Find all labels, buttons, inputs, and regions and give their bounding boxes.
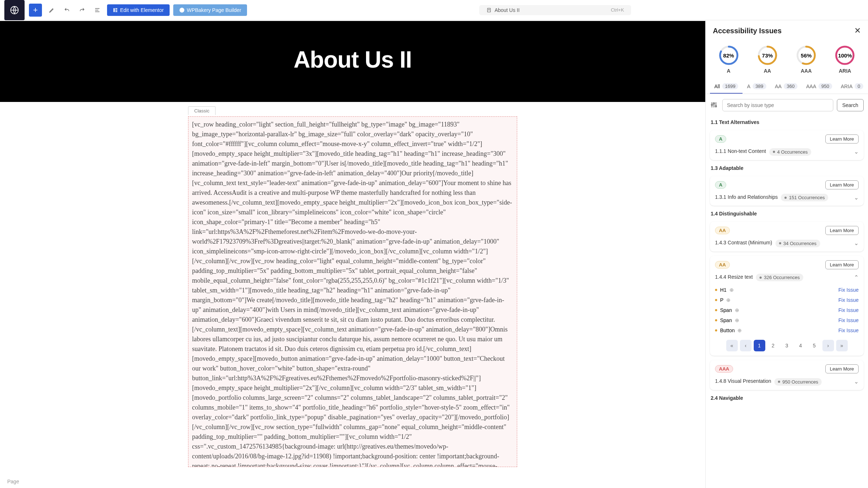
- issue-card[interactable]: AALearn More 1.4.3 Contrast (Minimum) 34…: [710, 222, 864, 252]
- page-last-button[interactable]: »: [836, 340, 848, 351]
- edit-elementor-label: Edit with Elementor: [120, 7, 164, 13]
- occurrence-badge: 34 Occurrences: [775, 240, 820, 247]
- page-next-button[interactable]: ›: [822, 340, 834, 351]
- redo-icon[interactable]: [77, 5, 88, 16]
- tab-aaa[interactable]: AAA950: [802, 80, 837, 94]
- score-item: 73%AA: [757, 45, 778, 74]
- editor-pane: About Us II Classic [vc_row heading_colo…: [0, 20, 705, 488]
- level-badge: A: [715, 135, 726, 143]
- element-name: P: [720, 297, 723, 303]
- section-distinguishable: 1.4 Distinguishable: [706, 208, 868, 219]
- chevron-up-icon[interactable]: ⌃: [854, 274, 859, 281]
- svg-point-5: [179, 8, 184, 12]
- fix-issue-link[interactable]: Fix Issue: [838, 328, 859, 333]
- hero-section: About Us II: [0, 21, 705, 102]
- app-logo[interactable]: [4, 0, 25, 20]
- issue-card-expanded[interactable]: AALearn More 1.4.4 Resize text 326 Occur…: [710, 256, 864, 356]
- page-button[interactable]: 4: [795, 340, 807, 351]
- learn-more-button[interactable]: Learn More: [825, 364, 859, 373]
- chevron-down-icon[interactable]: ⌄: [854, 194, 859, 201]
- element-name: Span: [720, 317, 732, 323]
- occurrence-badge: 950 Occurrences: [774, 378, 822, 386]
- accessibility-sidebar: Accessibility Issues ✕ 82%A73%AA56%AAA10…: [705, 20, 868, 488]
- sidebar-title: Accessibility Issues: [713, 27, 782, 35]
- page-first-button[interactable]: «: [726, 340, 738, 351]
- locate-icon[interactable]: ⊕: [735, 307, 739, 313]
- element-name: Span: [720, 307, 732, 313]
- svg-point-15: [711, 104, 713, 106]
- svg-rect-4: [115, 11, 117, 12]
- tab-all[interactable]: All1699: [710, 80, 743, 94]
- occurrence-badge: 326 Occurrences: [756, 274, 803, 281]
- score-row: 82%A73%AA56%AAA100%ARIA: [706, 41, 868, 80]
- learn-more-button[interactable]: Learn More: [825, 134, 859, 144]
- element-name: H1: [720, 287, 727, 293]
- issue-title: 1.4.3 Contrast (Minimum): [715, 240, 772, 245]
- page-prev-button[interactable]: ‹: [740, 340, 752, 351]
- page-icon: [486, 8, 492, 13]
- element-row: H1⊕Fix Issue: [715, 285, 859, 295]
- classic-tab[interactable]: Classic: [188, 106, 216, 115]
- tab-aria[interactable]: ARIA0: [837, 80, 868, 94]
- svg-rect-2: [115, 8, 117, 9]
- element-row: Span⊕Fix Issue: [715, 315, 859, 325]
- list-icon[interactable]: [92, 5, 103, 16]
- score-item: 56%AAA: [796, 45, 817, 74]
- top-toolbar: + Edit with Elementor WPBakery Page Buil…: [0, 0, 868, 20]
- hero-title: About Us II: [0, 46, 705, 73]
- fix-issue-link[interactable]: Fix Issue: [838, 287, 859, 293]
- svg-rect-1: [114, 8, 115, 12]
- issue-title: 1.1.1 Non-text Content: [715, 148, 766, 154]
- fix-issue-link[interactable]: Fix Issue: [838, 317, 859, 323]
- pencil-icon[interactable]: [46, 5, 57, 16]
- level-badge: A: [715, 181, 726, 189]
- page-button[interactable]: 2: [767, 340, 779, 351]
- tab-aa[interactable]: AA360: [771, 80, 802, 94]
- page-button[interactable]: 5: [809, 340, 820, 351]
- locate-icon[interactable]: ⊕: [737, 328, 742, 333]
- edit-elementor-button[interactable]: Edit with Elementor: [107, 4, 170, 16]
- score-item: 100%ARIA: [834, 45, 855, 74]
- chevron-down-icon[interactable]: ⌄: [854, 148, 859, 155]
- tab-a[interactable]: A389: [743, 80, 770, 94]
- learn-more-button[interactable]: Learn More: [825, 226, 859, 235]
- page-button[interactable]: 1: [754, 340, 765, 351]
- section-navigable: 2.4 Navigable: [706, 392, 868, 404]
- undo-icon[interactable]: [61, 5, 72, 16]
- issue-card[interactable]: ALearn More 1.1.1 Non-text Content 4 Occ…: [710, 130, 864, 160]
- footer-label: Page: [7, 479, 19, 484]
- level-badge: AA: [715, 227, 730, 234]
- issue-tabs: All1699A389AA360AAA950ARIA0: [706, 80, 868, 94]
- occurrence-badge: 151 Occurrences: [781, 194, 828, 201]
- issue-card[interactable]: ALearn More 1.3.1 Info and Relationships…: [710, 176, 864, 206]
- locate-icon[interactable]: ⊕: [726, 297, 731, 303]
- search-input[interactable]: [722, 99, 833, 111]
- fix-issue-link[interactable]: Fix Issue: [838, 307, 859, 313]
- svg-point-16: [713, 103, 715, 104]
- page-button[interactable]: 3: [781, 340, 793, 351]
- filter-icon[interactable]: [710, 101, 719, 110]
- learn-more-button[interactable]: Learn More: [825, 180, 859, 189]
- occurrence-badge: 4 Occurrences: [769, 148, 812, 156]
- score-item: 82%A: [718, 45, 739, 74]
- page-selector[interactable]: About Us II Ctrl+K: [479, 5, 631, 15]
- element-row: Span⊕Fix Issue: [715, 305, 859, 315]
- locate-icon[interactable]: ⊕: [735, 317, 739, 323]
- chevron-down-icon[interactable]: ⌄: [854, 240, 859, 247]
- search-button[interactable]: Search: [837, 99, 864, 111]
- learn-more-button[interactable]: Learn More: [825, 260, 859, 269]
- issue-card[interactable]: AAALearn More 1.4.8 Visual Presentation …: [710, 360, 864, 390]
- content-textarea[interactable]: [vc_row heading_color="light" section_fu…: [188, 116, 517, 467]
- issue-title: 1.3.1 Info and Relationships: [715, 194, 778, 200]
- add-button[interactable]: +: [29, 4, 42, 17]
- level-badge: AA: [715, 261, 730, 269]
- section-adaptable: 1.3 Adaptable: [706, 162, 868, 174]
- locate-icon[interactable]: ⊕: [729, 287, 734, 293]
- fix-issue-link[interactable]: Fix Issue: [838, 297, 859, 303]
- wpbakery-button[interactable]: WPBakery Page Builder: [173, 4, 247, 16]
- close-icon[interactable]: ✕: [854, 26, 861, 35]
- level-badge: AAA: [715, 365, 733, 373]
- pagination: « ‹ 1 2 3 4 5 › »: [715, 340, 859, 351]
- section-text-alternatives: 1.1 Text Alternatives: [706, 116, 868, 128]
- chevron-down-icon[interactable]: ⌄: [854, 378, 859, 385]
